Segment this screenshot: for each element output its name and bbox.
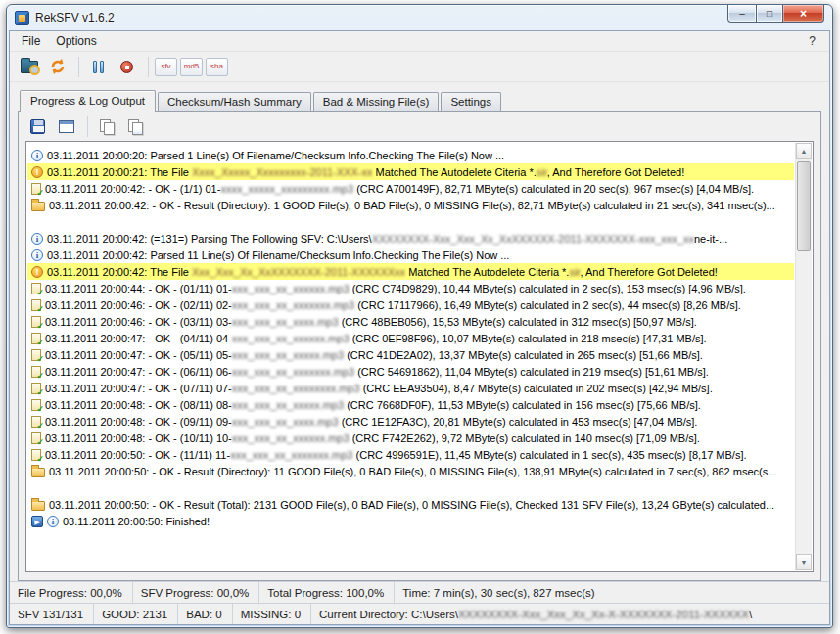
file-icon (31, 399, 41, 411)
log-text-segment: 03.11.2011 20:00:42: (=131=) Parsing The… (47, 233, 372, 245)
file-icon (31, 349, 41, 361)
log-text-segment: 03.11.2011 20:00:48: - OK - (10/11) 10- (45, 432, 232, 444)
file-icon (31, 432, 41, 444)
close-button[interactable]: × (782, 5, 824, 23)
create-sha-button[interactable]: sha (206, 58, 228, 76)
log-row: 03.11.2011 20:00:42: - OK - Result (Dire… (27, 197, 794, 213)
log-text-segment: (CRC 7668DF0F), 11,53 MByte(s) calculate… (344, 399, 701, 411)
log-row: 03.11.2011 20:00:48: - OK - (09/11) 09-x… (27, 413, 794, 430)
censored-text: xxx_xxx_xx_xxxxxxx.mp3 (232, 299, 354, 311)
refresh-icon (49, 58, 67, 75)
tab-progress-log-output[interactable]: Progress & Log Output (20, 90, 156, 112)
minimize-button[interactable]: – (727, 5, 756, 23)
censored-text: xxx_xxx_xx_xxxxxx.mp3 (232, 283, 350, 294)
log-text-segment: , And Therefore Got Deleted! (580, 266, 717, 278)
censored-text: xxxx_xxxxx_xxxxxxxxx.mp3 (220, 183, 353, 195)
open-log-window-button[interactable] (53, 114, 79, 139)
log-row: 03.11.2011 20:00:42: - OK - (1/1) 01-xxx… (27, 180, 794, 197)
app-window: RekSFV v1.6.2 – □ × File Options ? (6, 4, 833, 628)
tab-page-progress-log: i03.11.2011 20:00:20: Parsed 1 Line(s) O… (18, 111, 821, 581)
menu-options[interactable]: Options (48, 32, 104, 50)
log-text-segment: 03.11.2011 20:00:42: - OK - Result (Dire… (49, 200, 775, 211)
status-segment: File Progress: 00,0% (10, 582, 133, 603)
log-text-segment: , And Therefore Got Deleted! (547, 166, 684, 178)
info-icon: i (31, 249, 43, 261)
log-text-segment: 03.11.2011 20:00:50: Finished! (63, 516, 210, 527)
log-row-blank (27, 213, 794, 230)
log-text-segment: (CRC A700149F), 82,71 MByte(s) calculate… (353, 183, 754, 195)
log-row: 03.11.2011 20:00:44: - OK - (01/11) 01-x… (27, 280, 794, 296)
create-md5-button[interactable]: md5 (180, 58, 203, 76)
log-text-segment: Current Directory: C:\Users\ (319, 609, 458, 620)
log-text-segment: 03.11.2011 20:00:48: - OK - (08/11) 08- (45, 399, 232, 411)
create-sfv-button[interactable]: sfv (155, 58, 177, 76)
censored-text: xxx_xxx_xx_xxxx.mp3 (232, 316, 339, 328)
tab-settings[interactable]: Settings (441, 92, 501, 112)
status-segment: BAD: 0 (178, 604, 232, 624)
log-text-segment: (CRC F742E262), 9,72 MByte(s) calculated… (350, 432, 700, 444)
info-icon: i (47, 516, 59, 527)
log-text-segment: (CRC 54691862), 11,04 MByte(s) calculate… (354, 366, 709, 378)
log-row: !03.11.2011 20:00:42: The File Xxx_Xxx_X… (27, 263, 794, 280)
censored-text: sir (569, 266, 580, 278)
scrollbar-track[interactable] (796, 159, 812, 554)
save-icon (30, 119, 45, 134)
tab-area: Progress & Log OutputChecksum/Hash Summa… (10, 82, 829, 581)
log-text-segment: (CRC 41DE2A02), 13,37 MByte(s) calculate… (344, 349, 703, 361)
copy-selection-button[interactable] (94, 114, 120, 139)
log-row: i03.11.2011 20:00:42: Parsed 11 Line(s) … (27, 247, 794, 263)
log-toolbar (19, 112, 820, 139)
pause-button[interactable] (85, 55, 112, 79)
stop-button[interactable] (114, 55, 140, 79)
help-menu[interactable]: ? (799, 32, 825, 50)
stop-icon (120, 61, 133, 73)
log-row: 03.11.2011 20:00:47: - OK - (06/11) 06-x… (27, 363, 794, 380)
log-text-segment: 03.11.2011 20:00:46: - OK - (02/11) 02- (45, 299, 232, 311)
save-log-button[interactable] (24, 114, 51, 139)
log-text-segment: 03.11.2011 20:00:46: - OK - (03/11) 03- (45, 316, 232, 328)
log-text-segment: 03.11.2011 20:00:47: - OK - (07/11) 07- (45, 383, 232, 394)
censored-text: XXXXXXXX-Xxx_Xxx_Xx_Xx-X-XXXXXXX-2011-XX… (458, 609, 749, 620)
window-icon (59, 120, 74, 133)
warn-icon: ! (31, 166, 43, 178)
log-text-segment: (CRC EEA93504), 8,47 MByte(s) calculated… (360, 383, 713, 394)
title-bar[interactable]: RekSFV v1.6.2 – □ × (7, 5, 832, 30)
log-row: 03.11.2011 20:00:48: - OK - (08/11) 08-x… (27, 396, 794, 413)
log-scrollbar[interactable]: ▲ ▼ (795, 143, 812, 570)
dir-icon (31, 501, 45, 511)
log-output[interactable]: i03.11.2011 20:00:20: Parsed 1 Line(s) O… (27, 143, 794, 570)
log-row: 03.11.2011 20:00:46: - OK - (03/11) 03-x… (27, 313, 794, 330)
file-icon (31, 316, 41, 328)
info-icon: i (31, 150, 43, 161)
log-text-segment: 03.11.2011 20:00:50: - OK - (11/11) 11- (45, 449, 230, 461)
log-text-segment: 03.11.2011 20:00:50: - OK - Result (Tota… (49, 499, 774, 511)
censored-text: Xxx_Xxx_Xx_XxXXXXXXX-2011-XXXXXXxx (192, 266, 405, 278)
log-row: !03.11.2011 20:00:21: The File Xxxx_Xxxx… (27, 163, 794, 180)
log-text-segment: Matched The Autodelete Citeria *. (372, 166, 536, 178)
status-segment: SFV Progress: 00,0% (133, 582, 260, 603)
status-bar-progress: File Progress: 00,0%SFV Progress: 00,0%T… (10, 581, 829, 603)
log-text-segment: (CRC C74D9829), 10,44 MByte(s) calculate… (350, 283, 746, 294)
scrollbar-thumb[interactable] (797, 161, 811, 251)
log-text-segment: (CRC 4996591E), 11,45 MByte(s) calculate… (352, 449, 746, 461)
menu-file[interactable]: File (14, 32, 48, 50)
censored-text: xxx_xxx_xx_xxxxxxx.mp3 (230, 449, 352, 461)
scroll-down-button[interactable]: ▼ (796, 554, 812, 570)
browse-folder-button[interactable] (16, 55, 42, 79)
dir-icon (31, 468, 45, 477)
log-row: 03.11.2011 20:00:48: - OK - (10/11) 10-x… (27, 430, 794, 446)
maximize-button[interactable]: □ (756, 5, 782, 23)
censored-text: xxx_xxx_xx_xxxx.mp3 (232, 416, 339, 428)
file-icon (31, 449, 41, 461)
copy-all-button[interactable] (122, 114, 149, 139)
log-row: ▶i03.11.2011 20:00:50: Finished! (27, 513, 794, 529)
tab-bad-missing-file-s-[interactable]: Bad & Missing File(s) (313, 92, 440, 112)
file-icon (31, 383, 41, 394)
toolbar-separator (148, 57, 149, 77)
scroll-up-button[interactable]: ▲ (796, 143, 812, 159)
refresh-button[interactable] (44, 55, 70, 79)
toolbar-separator (78, 57, 79, 77)
tab-checksum-hash-summary[interactable]: Checksum/Hash Summary (158, 92, 311, 112)
censored-text: xxx_xxx_xx_xxxxxxx.mp3 (232, 366, 354, 378)
log-text-segment: 03.11.2011 20:00:50: - OK - Result (Dire… (49, 466, 776, 477)
